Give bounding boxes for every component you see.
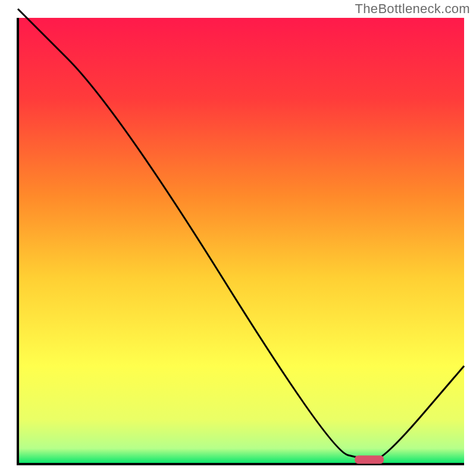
plot-background — [18, 18, 464, 464]
chart-container: TheBottleneck.com — [0, 0, 476, 476]
bottleneck-chart — [0, 0, 476, 476]
watermark-text: TheBottleneck.com — [355, 1, 470, 17]
optimal-marker — [355, 456, 384, 464]
